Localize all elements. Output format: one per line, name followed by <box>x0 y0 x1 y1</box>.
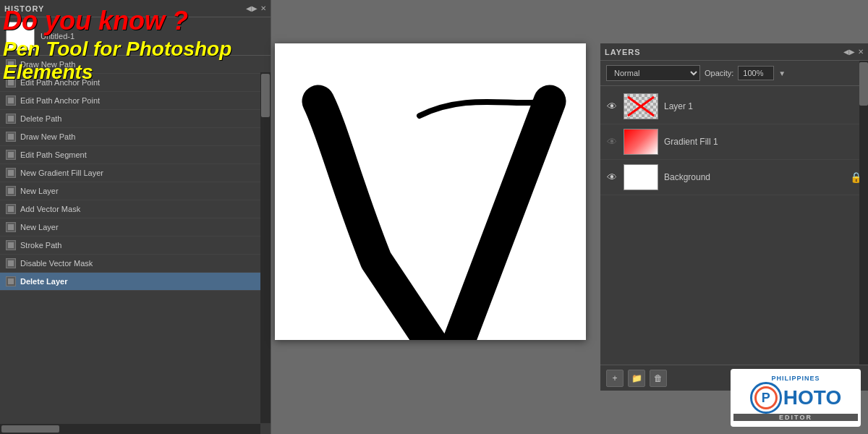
opacity-dropdown-arrow: ▼ <box>778 69 786 77</box>
layers-panel: LAYERS ◀▶ ✕ Normal Opacity: ▼ 👁 <box>600 43 868 391</box>
history-item-icon-9 <box>6 222 16 232</box>
layers-header: LAYERS ◀▶ ✕ <box>600 43 868 61</box>
history-item-label-5: Edit Path Segment <box>20 150 87 159</box>
history-item-10[interactable]: Stroke Path <box>0 237 271 255</box>
history-item-4[interactable]: Draw New Path <box>0 128 271 146</box>
history-item-icon-5 <box>6 150 16 160</box>
gradient1-visibility-eye[interactable]: 👁 <box>606 136 618 148</box>
history-item-label-9: New Layer <box>20 223 59 231</box>
history-item-icon-4 <box>6 132 16 142</box>
history-item-label-12: Delete Layer <box>20 277 67 286</box>
history-item-icon-8 <box>6 204 16 214</box>
history-item-9[interactable]: New Layer <box>0 218 271 237</box>
gradient1-thumbnail <box>624 129 658 155</box>
h-scrollbar-thumb[interactable] <box>1 425 59 433</box>
opacity-input[interactable] <box>738 66 774 80</box>
history-item-7[interactable]: New Layer <box>0 182 271 200</box>
history-item-label-7: New Layer <box>20 187 59 195</box>
history-item-2[interactable]: Edit Path Anchor Point <box>0 92 271 110</box>
layer-action-btn-2[interactable]: 📁 <box>628 370 645 387</box>
history-item-label-3: Delete Path <box>20 114 61 123</box>
history-panel: HISTORY ◀▶ ✕ Untitled-1 Do you know ? Pe… <box>0 0 271 434</box>
do-you-know-text: Do you know ? <box>3 6 271 36</box>
logo-circle-inner: P <box>754 386 778 409</box>
history-item-icon-7 <box>6 186 16 196</box>
philippines-photo-editor-logo: PHILIPPINES P HOTO EDITOR <box>731 369 861 427</box>
opacity-label: Opacity: <box>705 69 733 77</box>
canvas-svg <box>275 43 586 340</box>
logo-top-text: PHILIPPINES <box>771 375 820 382</box>
layers-title: LAYERS <box>605 48 641 56</box>
layer-action-btn-1[interactable]: + <box>606 370 624 387</box>
history-item-icon-3 <box>6 114 16 124</box>
background-name: Background <box>664 172 844 182</box>
history-item-3[interactable]: Delete Path <box>0 110 271 128</box>
overlay-text: Do you know ? Pen Tool for Photoshop Ele… <box>3 6 271 84</box>
history-item-icon-10 <box>6 240 16 250</box>
logo-p-letter: P <box>762 391 770 406</box>
history-item-icon-2 <box>6 95 16 106</box>
history-item-icon-12 <box>6 276 16 286</box>
logo-editor-text: EDITOR <box>733 414 858 421</box>
layer1-icon <box>624 94 658 119</box>
history-item-label-6: New Gradient Fill Layer <box>20 169 103 177</box>
layers-controls: ◀▶ ✕ <box>843 48 864 56</box>
layers-close-btn[interactable]: ✕ <box>858 48 864 56</box>
blend-mode-row: Normal Opacity: ▼ <box>600 61 868 86</box>
history-item-8[interactable]: Add Vector Mask <box>0 200 271 218</box>
layer-row-layer1[interactable]: 👁 Layer 1 <box>600 89 868 124</box>
canvas-area <box>275 43 586 340</box>
history-item-label-8: Add Vector Mask <box>20 205 80 213</box>
history-item-label-10: Stroke Path <box>20 241 61 250</box>
history-item-icon-6 <box>6 168 16 178</box>
layer1-name: Layer 1 <box>664 101 862 111</box>
history-item-6[interactable]: New Gradient Fill Layer <box>0 164 271 182</box>
history-item-12[interactable]: Delete Layer <box>0 273 271 291</box>
history-item-label-4: Draw New Path <box>20 132 75 141</box>
layers-minimize-btn[interactable]: ◀▶ <box>843 48 855 56</box>
logo-main-row: P HOTO <box>750 382 841 414</box>
blend-mode-select[interactable]: Normal <box>606 65 700 81</box>
background-visibility-eye[interactable]: 👁 <box>606 171 618 183</box>
history-h-scrollbar[interactable] <box>0 424 260 434</box>
history-item-icon-11 <box>6 258 16 268</box>
history-item-11[interactable]: Disable Vector Mask <box>0 255 271 273</box>
history-scrollbar[interactable] <box>260 72 271 423</box>
history-item-label-2: Edit Path Anchor Point <box>20 96 100 105</box>
layers-list: 👁 Layer 1 👁 Gradient Fill 1 👁 Background <box>600 86 868 198</box>
layer-action-btn-trash[interactable]: 🗑 <box>650 370 667 387</box>
background-thumbnail <box>624 164 658 190</box>
layer-row-background[interactable]: 👁 Background 🔒 <box>600 160 868 195</box>
layer-row-gradient1[interactable]: 👁 Gradient Fill 1 <box>600 124 868 160</box>
gradient1-name: Gradient Fill 1 <box>664 137 862 147</box>
history-list: Draw New PathEdit Path Anchor PointEdit … <box>0 56 271 417</box>
pen-tool-text: Pen Tool for Photoshop Elements <box>3 38 271 84</box>
logo-hoto-text: HOTO <box>783 386 841 409</box>
layers-scrollbar-thumb[interactable] <box>859 62 868 106</box>
history-item-5[interactable]: Edit Path Segment <box>0 146 271 164</box>
layer1-thumbnail <box>624 93 658 119</box>
history-item-label-11: Disable Vector Mask <box>20 259 93 268</box>
logo-circle: P <box>750 382 782 414</box>
layers-scrollbar[interactable] <box>859 61 868 365</box>
layer1-visibility-eye[interactable]: 👁 <box>606 101 618 112</box>
